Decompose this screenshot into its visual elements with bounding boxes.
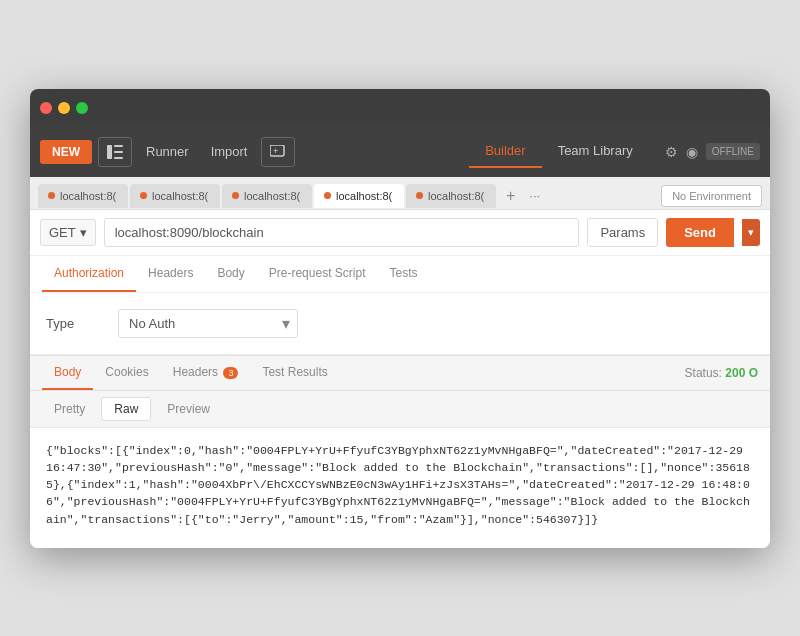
tab-label-5: localhost:8( (428, 190, 486, 202)
body-view-raw[interactable]: Raw (101, 397, 151, 421)
sync-icon[interactable]: ⚙ (665, 144, 678, 160)
tab-5[interactable]: localhost:8( (406, 184, 496, 208)
auth-type-select-wrap: No Auth (118, 309, 298, 338)
environment-selector[interactable]: No Environment (661, 185, 762, 207)
tab-bar: localhost:8( localhost:8( localhost:8( l… (30, 177, 770, 210)
status-code: 200 O (725, 366, 758, 380)
resp-tab-headers[interactable]: Headers 3 (161, 356, 251, 390)
svg-rect-0 (107, 145, 112, 159)
svg-rect-3 (114, 157, 123, 159)
tab-dot-1 (48, 192, 55, 199)
tab-builder[interactable]: Builder (469, 135, 541, 168)
tab-label-4: localhost:8( (336, 190, 394, 202)
tab-dot-5 (416, 192, 423, 199)
app-window: NEW Runner Import + Builder Team Library… (30, 89, 770, 548)
url-bar: GET ▾ Params Send ▾ (30, 210, 770, 256)
new-tab-icon-button[interactable]: + (261, 137, 295, 167)
status-label: Status: (685, 366, 722, 380)
resp-tab-test-results[interactable]: Test Results (250, 356, 339, 390)
body-view-preview[interactable]: Preview (155, 398, 222, 420)
resp-tab-cookies[interactable]: Cookies (93, 356, 160, 390)
method-label: GET (49, 225, 76, 240)
more-tabs-button[interactable]: ··· (525, 184, 544, 207)
response-body: {"blocks":[{"index":0,"hash":"0004FPLY+Y… (30, 428, 770, 548)
tab-4[interactable]: localhost:8( (314, 184, 404, 208)
headers-badge: 3 (223, 367, 238, 379)
tab-team-library[interactable]: Team Library (542, 135, 649, 168)
sidebar-toggle-button[interactable] (98, 137, 132, 167)
add-tab-button[interactable]: + (498, 183, 523, 209)
tab-label-1: localhost:8( (60, 190, 118, 202)
request-tabs: Authorization Headers Body Pre-request S… (30, 256, 770, 293)
params-button[interactable]: Params (587, 218, 658, 247)
main-tabs: Builder Team Library (469, 135, 649, 168)
tab-3[interactable]: localhost:8( (222, 184, 312, 208)
send-dropdown-button[interactable]: ▾ (742, 219, 760, 246)
svg-rect-2 (114, 151, 123, 153)
req-tab-body[interactable]: Body (205, 256, 256, 292)
req-tab-headers[interactable]: Headers (136, 256, 205, 292)
send-button[interactable]: Send (666, 218, 734, 247)
svg-text:+: + (273, 146, 278, 156)
tab-dot-2 (140, 192, 147, 199)
toolbar-right: ⚙ ◉ OFFLINE (665, 143, 760, 160)
auth-section: Type No Auth (30, 293, 770, 355)
status-bar: Status: 200 O (685, 366, 758, 380)
auth-type-select[interactable]: No Auth (118, 309, 298, 338)
url-input[interactable] (104, 218, 580, 247)
import-button[interactable]: Import (203, 140, 256, 163)
close-button[interactable] (40, 102, 52, 114)
auth-type-label: Type (46, 316, 106, 331)
new-button[interactable]: NEW (40, 140, 92, 164)
tab-1[interactable]: localhost:8( (38, 184, 128, 208)
tab-label-2: localhost:8( (152, 190, 210, 202)
req-tab-tests[interactable]: Tests (377, 256, 429, 292)
method-chevron-icon: ▾ (80, 225, 87, 240)
tab-dot-4 (324, 192, 331, 199)
titlebar (30, 89, 770, 127)
req-tab-prerequest[interactable]: Pre-request Script (257, 256, 378, 292)
maximize-button[interactable] (76, 102, 88, 114)
body-view-pretty[interactable]: Pretty (42, 398, 97, 420)
resp-tab-body[interactable]: Body (42, 356, 93, 390)
tab-label-3: localhost:8( (244, 190, 302, 202)
svg-rect-1 (114, 145, 123, 147)
user-icon[interactable]: ◉ (686, 144, 698, 160)
offline-badge: OFFLINE (706, 143, 760, 160)
minimize-button[interactable] (58, 102, 70, 114)
response-tabs: Body Cookies Headers 3 Test Results Stat… (30, 355, 770, 391)
tab-dot-3 (232, 192, 239, 199)
tab-2[interactable]: localhost:8( (130, 184, 220, 208)
body-view-tabs: Pretty Raw Preview (30, 391, 770, 428)
req-tab-authorization[interactable]: Authorization (42, 256, 136, 292)
toolbar: NEW Runner Import + Builder Team Library… (30, 127, 770, 177)
runner-button[interactable]: Runner (138, 140, 197, 163)
method-select[interactable]: GET ▾ (40, 219, 96, 246)
